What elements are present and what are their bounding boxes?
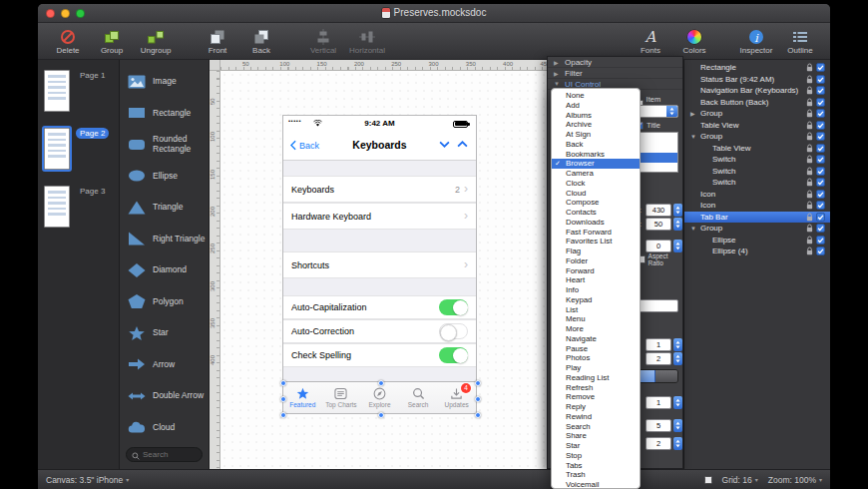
lock-icon[interactable] xyxy=(806,167,813,176)
toolbar-button-ungroup[interactable]: Ungroup xyxy=(134,29,178,55)
grid-button[interactable]: Grid: 16▾ xyxy=(722,475,758,485)
menu-item-browser[interactable]: ✓Browser xyxy=(552,159,640,169)
outline-item-group[interactable]: ▶Group xyxy=(684,108,830,120)
menu-item-search[interactable]: Search xyxy=(552,422,640,432)
stepper-field-0-value[interactable]: 1 xyxy=(646,338,671,351)
mockup-tab-top-charts[interactable]: Top Charts xyxy=(322,382,361,413)
menu-item-reading-list[interactable]: Reading List xyxy=(552,373,640,383)
toggle-switch-on[interactable] xyxy=(439,347,468,363)
lock-icon[interactable] xyxy=(806,98,813,107)
menu-item-clock[interactable]: Clock xyxy=(552,179,640,189)
menu-item-archive[interactable]: Archive xyxy=(552,120,640,130)
toolbar-button-back[interactable]: Back xyxy=(239,29,283,55)
selection-handle[interactable] xyxy=(475,380,481,386)
disclosure-icon[interactable]: ▶ xyxy=(690,110,697,117)
toolbar-button-vertical[interactable]: Vertical xyxy=(301,29,345,55)
toolbar-button-delete[interactable]: Delete xyxy=(46,29,90,55)
shape-item-rounded-rectangle[interactable]: Rounded Rectangle xyxy=(128,129,209,161)
menu-item-at-sign[interactable]: At Sign xyxy=(552,130,640,140)
lock-icon[interactable] xyxy=(806,75,813,84)
outline-item-switch[interactable]: Switch xyxy=(684,154,830,166)
menu-item-add[interactable]: Add xyxy=(552,101,640,111)
zoom-level-button[interactable]: Zoom: 100%▾ xyxy=(768,475,822,485)
toggle-switch-on[interactable] xyxy=(439,299,468,315)
shape-item-polygon[interactable]: Polygon xyxy=(128,286,209,318)
mockup-tab-search[interactable]: Search xyxy=(399,382,438,413)
menu-item-heart[interactable]: Heart xyxy=(552,275,640,285)
visibility-checkbox[interactable] xyxy=(816,213,825,222)
menu-item-rewind[interactable]: Rewind xyxy=(552,412,640,422)
menu-item-star[interactable]: Star xyxy=(552,441,640,451)
lock-icon[interactable] xyxy=(806,63,813,72)
outline-item-navigation-bar-keyboards[interactable]: Navigation Bar (Keyboards) xyxy=(684,85,830,97)
page-item-page-1[interactable]: Page 1 xyxy=(44,70,113,112)
visibility-checkbox[interactable] xyxy=(816,167,825,176)
visibility-checkbox[interactable] xyxy=(816,246,825,255)
visibility-checkbox[interactable] xyxy=(816,224,825,233)
lock-icon[interactable] xyxy=(806,236,813,244)
ratio-field-value[interactable]: 0 xyxy=(646,240,671,252)
disclosure-icon[interactable]: ▼ xyxy=(690,134,697,140)
page-item-page-3[interactable]: Page 3 xyxy=(44,186,113,228)
menu-item-forward[interactable]: Forward xyxy=(552,266,640,276)
lock-icon[interactable] xyxy=(806,155,813,164)
menu-item-none[interactable]: None xyxy=(552,91,640,101)
outline-item-switch[interactable]: Switch xyxy=(684,177,830,189)
outline-item-icon[interactable]: Icon xyxy=(684,189,830,201)
menu-item-keypad[interactable]: Keypad xyxy=(552,295,640,305)
lock-icon[interactable] xyxy=(806,224,813,233)
mockup-row-check-spelling[interactable]: Check Spelling xyxy=(283,343,476,367)
selection-handle[interactable] xyxy=(378,412,384,418)
toolbar-button-inspector[interactable]: iInspector xyxy=(734,29,778,55)
menu-item-folder[interactable]: Folder xyxy=(552,256,640,266)
menu-item-cloud[interactable]: Cloud xyxy=(552,189,640,199)
menu-item-camera[interactable]: Camera xyxy=(552,169,640,179)
shape-search-input[interactable] xyxy=(143,450,197,459)
selection-handle[interactable] xyxy=(280,396,286,402)
mockup-tab-explore[interactable]: Explore xyxy=(360,382,399,413)
menu-item-contacts[interactable]: Contacts xyxy=(552,208,640,218)
visibility-checkbox[interactable] xyxy=(816,109,825,118)
grid-checkbox[interactable] xyxy=(704,476,712,484)
menu-item-share[interactable]: Share xyxy=(552,431,640,441)
visibility-checkbox[interactable] xyxy=(816,63,825,72)
stepper-field-1-value[interactable]: 2 xyxy=(646,352,671,365)
mockup-row-auto-capitalization[interactable]: Auto-Capitalization xyxy=(283,295,476,319)
visibility-checkbox[interactable] xyxy=(816,86,825,95)
selection-handle[interactable] xyxy=(280,380,286,386)
outline-item-icon[interactable]: Icon xyxy=(684,200,830,212)
menu-item-reply[interactable]: Reply xyxy=(552,402,640,412)
menu-item-more[interactable]: More xyxy=(552,324,640,334)
toolbar-button-horizontal[interactable]: Horizontal xyxy=(345,29,389,55)
outline-item-tab-bar[interactable]: Tab Bar xyxy=(684,212,830,224)
outline-item-status-bar-9-42-am[interactable]: Status Bar (9:42 AM) xyxy=(684,74,830,86)
toggle-switch-off[interactable] xyxy=(439,323,468,339)
segment-3[interactable] xyxy=(655,370,677,382)
toolbar-button-fonts[interactable]: AFonts xyxy=(629,29,672,55)
lock-icon[interactable] xyxy=(806,246,813,255)
shape-item-cloud[interactable]: Cloud xyxy=(128,412,209,444)
stepper-icon[interactable] xyxy=(673,204,682,217)
lock-icon[interactable] xyxy=(806,86,813,95)
stepper-icon[interactable] xyxy=(673,240,682,252)
toolbar-button-group[interactable]: Group xyxy=(90,29,134,55)
selection-handle[interactable] xyxy=(475,412,481,418)
stepper-icon[interactable] xyxy=(673,396,682,409)
shape-item-triangle[interactable]: Triangle xyxy=(128,192,209,224)
shape-item-right-triangle[interactable]: Right Triangle xyxy=(128,224,209,255)
lock-icon[interactable] xyxy=(806,190,813,199)
inspector-section-filter[interactable]: ▶Filter xyxy=(548,68,682,79)
visibility-checkbox[interactable] xyxy=(816,155,825,164)
stepper-icon[interactable] xyxy=(673,352,682,365)
menu-item-fast-forward[interactable]: Fast Forward xyxy=(552,228,640,238)
stepper-field-2-value[interactable]: 1 xyxy=(646,396,671,409)
page-item-page-2[interactable]: Page 2 xyxy=(44,128,113,170)
outline-item-ellipse-4[interactable]: Ellipse (4) xyxy=(684,245,830,257)
outline-item-back-button-back[interactable]: Back Button (Back) xyxy=(684,97,830,109)
lock-icon[interactable] xyxy=(806,121,813,130)
selection-handle[interactable] xyxy=(378,380,384,386)
toolbar-button-outline[interactable]: Outline xyxy=(778,29,822,55)
shape-item-image[interactable]: Image xyxy=(128,66,209,98)
outline-item-group[interactable]: ▼Group xyxy=(684,223,830,235)
shape-item-ellipse[interactable]: Ellipse xyxy=(128,161,209,193)
